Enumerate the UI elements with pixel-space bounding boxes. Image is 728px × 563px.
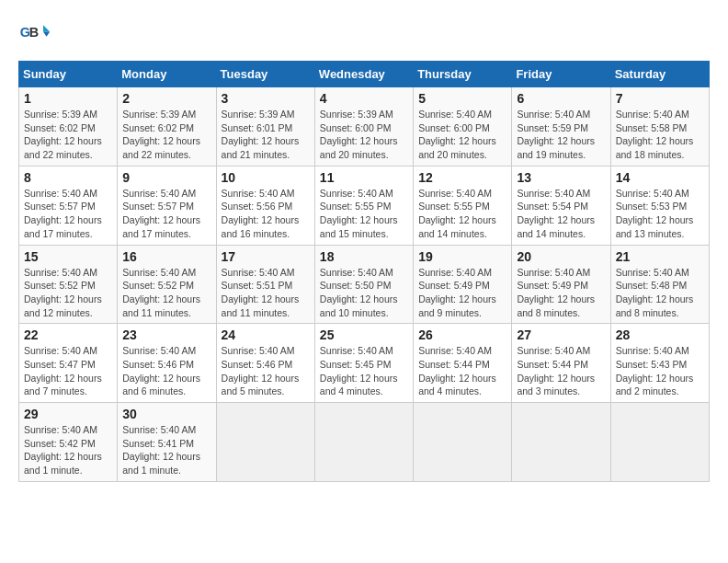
day-detail: Sunrise: 5:40 AMSunset: 5:43 PMDaylight:… [616,345,694,396]
calendar-cell: 8 Sunrise: 5:40 AMSunset: 5:57 PMDayligh… [19,166,118,245]
calendar-cell: 21 Sunrise: 5:40 AMSunset: 5:48 PMDaylig… [610,245,709,324]
day-detail: Sunrise: 5:40 AMSunset: 5:44 PMDaylight:… [517,345,595,396]
calendar-cell: 27 Sunrise: 5:40 AMSunset: 5:44 PMDaylig… [512,324,610,403]
calendar-cell: 7 Sunrise: 5:40 AMSunset: 5:58 PMDayligh… [610,87,709,167]
calendar-cell [512,403,610,482]
day-detail: Sunrise: 5:40 AMSunset: 5:59 PMDaylight:… [517,109,595,160]
day-number: 10 [222,170,310,185]
calendar-cell: 29 Sunrise: 5:40 AMSunset: 5:42 PMDaylig… [19,403,118,482]
day-number: 21 [616,249,704,264]
day-number: 1 [24,91,112,106]
calendar-cell: 26 Sunrise: 5:40 AMSunset: 5:44 PMDaylig… [414,324,512,403]
day-number: 15 [24,249,112,264]
calendar-header-row: SundayMondayTuesdayWednesdayThursdayFrid… [19,62,710,87]
day-detail: Sunrise: 5:40 AMSunset: 5:57 PMDaylight:… [122,188,200,239]
day-number: 20 [517,249,605,264]
calendar-cell [216,403,314,482]
day-number: 13 [517,170,605,185]
page-header: G B [18,18,710,52]
day-number: 17 [222,249,310,264]
day-detail: Sunrise: 5:40 AMSunset: 5:42 PMDaylight:… [24,424,102,476]
day-detail: Sunrise: 5:39 AMSunset: 6:00 PMDaylight:… [320,109,398,160]
day-detail: Sunrise: 5:40 AMSunset: 5:41 PMDaylight:… [122,424,200,476]
day-detail: Sunrise: 5:39 AMSunset: 6:02 PMDaylight:… [122,109,200,160]
day-number: 11 [320,170,408,185]
calendar-cell [414,403,512,482]
calendar-cell [314,403,413,482]
day-detail: Sunrise: 5:40 AMSunset: 5:45 PMDaylight:… [320,345,398,396]
day-detail: Sunrise: 5:40 AMSunset: 5:58 PMDaylight:… [616,109,694,160]
calendar-cell: 13 Sunrise: 5:40 AMSunset: 5:54 PMDaylig… [512,166,610,245]
col-header-sunday: Sunday [19,62,118,87]
col-header-wednesday: Wednesday [314,62,413,87]
calendar-cell: 11 Sunrise: 5:40 AMSunset: 5:55 PMDaylig… [314,166,413,245]
day-number: 9 [122,170,210,185]
col-header-tuesday: Tuesday [216,62,314,87]
calendar-cell: 23 Sunrise: 5:40 AMSunset: 5:46 PMDaylig… [118,324,216,403]
calendar-cell: 28 Sunrise: 5:40 AMSunset: 5:43 PMDaylig… [610,324,709,403]
day-detail: Sunrise: 5:40 AMSunset: 5:52 PMDaylight:… [24,267,102,318]
calendar-cell: 15 Sunrise: 5:40 AMSunset: 5:52 PMDaylig… [19,245,118,324]
day-detail: Sunrise: 5:40 AMSunset: 5:47 PMDaylight:… [24,345,102,396]
calendar-cell: 16 Sunrise: 5:40 AMSunset: 5:52 PMDaylig… [118,245,216,324]
calendar-week-row: 8 Sunrise: 5:40 AMSunset: 5:57 PMDayligh… [19,166,710,245]
day-detail: Sunrise: 5:40 AMSunset: 5:57 PMDaylight:… [24,188,102,239]
calendar-cell: 5 Sunrise: 5:40 AMSunset: 6:00 PMDayligh… [414,87,512,167]
logo-icon: G B [18,18,51,52]
day-number: 12 [418,170,506,185]
calendar-cell: 6 Sunrise: 5:40 AMSunset: 5:59 PMDayligh… [512,87,610,167]
day-number: 16 [122,249,210,264]
day-detail: Sunrise: 5:40 AMSunset: 5:50 PMDaylight:… [320,267,398,318]
day-number: 24 [222,327,310,342]
calendar-cell: 30 Sunrise: 5:40 AMSunset: 5:41 PMDaylig… [118,403,216,482]
day-detail: Sunrise: 5:39 AMSunset: 6:01 PMDaylight:… [222,109,300,160]
calendar-cell: 9 Sunrise: 5:40 AMSunset: 5:57 PMDayligh… [118,166,216,245]
day-detail: Sunrise: 5:40 AMSunset: 5:49 PMDaylight:… [418,267,496,318]
day-detail: Sunrise: 5:40 AMSunset: 5:46 PMDaylight:… [122,345,200,396]
calendar-cell: 18 Sunrise: 5:40 AMSunset: 5:50 PMDaylig… [314,245,413,324]
logo: G B [18,18,55,52]
day-number: 5 [418,91,506,106]
calendar-week-row: 29 Sunrise: 5:40 AMSunset: 5:42 PMDaylig… [19,403,710,482]
day-number: 14 [616,170,704,185]
calendar-week-row: 15 Sunrise: 5:40 AMSunset: 5:52 PMDaylig… [19,245,710,324]
calendar-cell: 14 Sunrise: 5:40 AMSunset: 5:53 PMDaylig… [610,166,709,245]
svg-text:B: B [29,25,39,40]
calendar-week-row: 22 Sunrise: 5:40 AMSunset: 5:47 PMDaylig… [19,324,710,403]
calendar-cell: 20 Sunrise: 5:40 AMSunset: 5:49 PMDaylig… [512,245,610,324]
calendar-cell: 2 Sunrise: 5:39 AMSunset: 6:02 PMDayligh… [118,87,216,167]
day-detail: Sunrise: 5:40 AMSunset: 5:52 PMDaylight:… [122,267,200,318]
calendar-week-row: 1 Sunrise: 5:39 AMSunset: 6:02 PMDayligh… [19,87,710,167]
calendar-cell [610,403,709,482]
day-number: 3 [222,91,310,106]
svg-marker-2 [43,25,50,31]
day-number: 6 [517,91,605,106]
day-number: 27 [517,327,605,342]
day-detail: Sunrise: 5:40 AMSunset: 5:55 PMDaylight:… [320,188,398,239]
day-number: 8 [24,170,112,185]
day-number: 26 [418,327,506,342]
calendar-cell: 4 Sunrise: 5:39 AMSunset: 6:00 PMDayligh… [314,87,413,167]
day-detail: Sunrise: 5:39 AMSunset: 6:02 PMDaylight:… [24,109,102,160]
calendar-cell: 19 Sunrise: 5:40 AMSunset: 5:49 PMDaylig… [414,245,512,324]
day-detail: Sunrise: 5:40 AMSunset: 5:48 PMDaylight:… [616,267,694,318]
col-header-friday: Friday [512,62,610,87]
calendar-cell: 1 Sunrise: 5:39 AMSunset: 6:02 PMDayligh… [19,87,118,167]
day-detail: Sunrise: 5:40 AMSunset: 5:44 PMDaylight:… [418,345,496,396]
svg-marker-3 [43,31,50,36]
day-detail: Sunrise: 5:40 AMSunset: 5:56 PMDaylight:… [222,188,300,239]
day-number: 29 [24,407,112,421]
calendar-cell: 3 Sunrise: 5:39 AMSunset: 6:01 PMDayligh… [216,87,314,167]
calendar-table: SundayMondayTuesdayWednesdayThursdayFrid… [18,61,710,482]
day-number: 19 [418,249,506,264]
day-detail: Sunrise: 5:40 AMSunset: 5:54 PMDaylight:… [517,188,595,239]
day-detail: Sunrise: 5:40 AMSunset: 5:51 PMDaylight:… [222,267,300,318]
day-number: 18 [320,249,408,264]
day-detail: Sunrise: 5:40 AMSunset: 5:49 PMDaylight:… [517,267,595,318]
day-number: 2 [122,91,210,106]
col-header-thursday: Thursday [414,62,512,87]
col-header-monday: Monday [118,62,216,87]
col-header-saturday: Saturday [610,62,709,87]
day-number: 7 [616,91,704,106]
calendar-cell: 12 Sunrise: 5:40 AMSunset: 5:55 PMDaylig… [414,166,512,245]
